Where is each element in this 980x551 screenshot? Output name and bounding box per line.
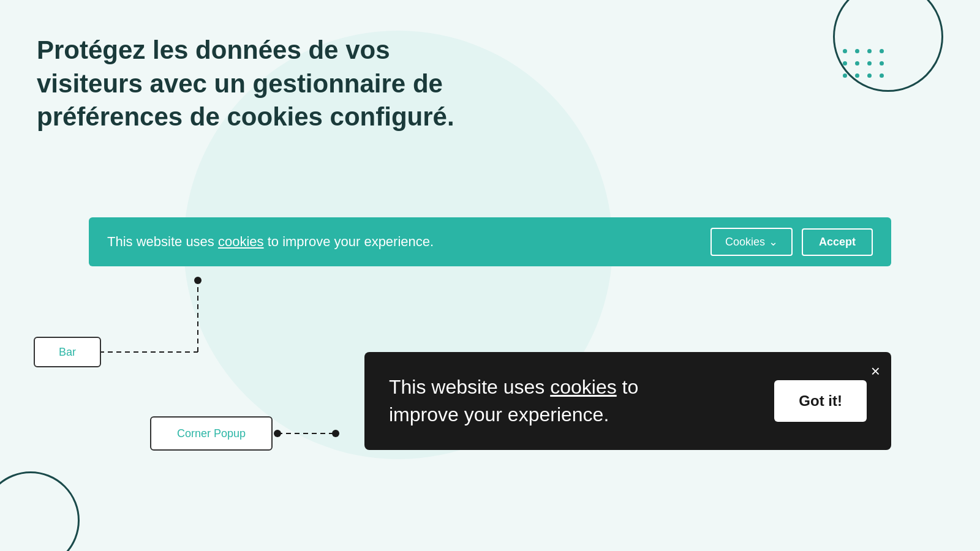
cookie-bar: This website uses cookies to improve you…	[89, 217, 891, 266]
dot	[843, 49, 847, 53]
dot	[880, 61, 884, 66]
cookie-bar-buttons: Cookies ⌄ Accept	[710, 228, 873, 256]
corner-popup-link[interactable]: cookies	[550, 376, 617, 398]
dot	[867, 49, 872, 53]
cookie-bar-text: This website uses cookies to improve you…	[107, 234, 434, 250]
bar-label-text: Bar	[59, 346, 76, 359]
cookies-dropdown-button[interactable]: Cookies ⌄	[710, 228, 793, 256]
cookie-bar-text-after: to improve your experience.	[264, 234, 434, 249]
corner-popup-label-text: Corner Popup	[177, 427, 246, 440]
corner-popup-label-box: Corner Popup	[150, 416, 273, 451]
dot	[855, 73, 859, 78]
corner-popup-text: This website uses cookies to improve you…	[389, 373, 707, 429]
chevron-down-icon: ⌄	[769, 235, 778, 249]
bg-circle-bottom-left	[0, 471, 80, 551]
corner-popup-text-before: This website uses	[389, 376, 550, 398]
dot	[880, 73, 884, 78]
dot	[843, 73, 847, 78]
cookies-button-label: Cookies	[725, 236, 765, 249]
cookie-bar-text-before: This website uses	[107, 234, 218, 249]
dot	[855, 61, 859, 66]
cookie-bar-link[interactable]: cookies	[218, 234, 264, 249]
corner-popup: × This website uses cookies to improve y…	[364, 352, 891, 450]
got-it-button[interactable]: Got it!	[774, 380, 867, 422]
accept-button[interactable]: Accept	[802, 228, 873, 256]
dot	[867, 73, 872, 78]
dot	[843, 61, 847, 66]
svg-point-4	[274, 430, 281, 437]
bar-label-box: Bar	[34, 337, 101, 367]
dots-grid	[843, 49, 888, 82]
main-heading: Protégez les données de vos visiteurs av…	[37, 34, 466, 134]
dot	[867, 61, 872, 66]
dot	[855, 49, 859, 53]
dot	[880, 49, 884, 53]
close-icon[interactable]: ×	[871, 363, 880, 379]
